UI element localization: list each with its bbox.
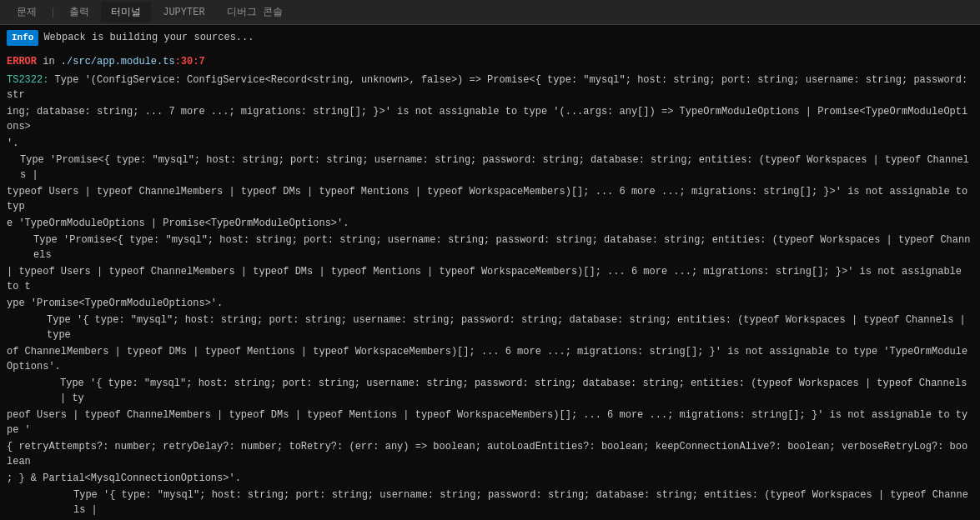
ts-error-block3-line1: Type '{ type: "mysql"; host: string; por… (7, 312, 973, 342)
error-location-text: in (43, 56, 61, 68)
ts-error-block4-line2: peof Users | typeof ChannelMembers | typ… (7, 408, 973, 438)
ts-error-block1-line2: typeof Users | typeof ChannelMembers | t… (7, 184, 973, 214)
info-badge: Info (7, 30, 38, 46)
terminal-content: InfoWebpack is building your sources... … (0, 25, 980, 520)
ts-error-block2-line2: | typeof Users | typeof ChannelMembers |… (7, 264, 973, 294)
ts-error-block: TS2322: Type '(ConfigService: ConfigServ… (7, 72, 973, 521)
ts-error-block4-line3: { retryAttempts?: number; retryDelay?: n… (7, 439, 973, 469)
tab-output[interactable]: 출력 (59, 2, 99, 22)
ts-error-block4-line1: Type '{ type: "mysql"; host: string; por… (7, 376, 973, 406)
error-header-line: ERROR in ./src/app.module.ts:30:7 (7, 54, 973, 69)
ts-error-msg1b: ing; database: string; ... 7 more ...; m… (7, 104, 973, 134)
ts-error-block4-line4: ; } & Partial<MysqlConnectionOptions>'. (7, 471, 973, 486)
ts-error-block1-line3: e 'TypeOrmModuleOptions | Promise<TypeOr… (7, 216, 973, 231)
tab-divider-1: | (48, 7, 58, 18)
tab-jupyter[interactable]: JUPYTER (153, 3, 214, 22)
tab-terminal[interactable]: 터미널 (101, 2, 151, 22)
ts-error-block5-line1: Type '{ type: "mysql"; host: string; por… (7, 488, 973, 518)
ts-error-block2-line3: ype 'Promise<TypeOrmModuleOptions>'. (7, 296, 973, 311)
ts-error-msg1c: '. (7, 136, 973, 151)
error-file: ./src/app.module.ts (61, 56, 175, 68)
ts-error-block2-line1: Type 'Promise<{ type: "mysql"; host: str… (7, 232, 973, 262)
ts-error-code: TS2322: Type '(ConfigService: ConfigServ… (7, 72, 973, 102)
tab-bar: 문제 | 출력 터미널 JUPYTER 디버그 콘솔 (0, 0, 980, 25)
error-line-num: :30:7 (175, 56, 205, 68)
info-line: InfoWebpack is building your sources... (7, 30, 973, 46)
error-label: ERROR (7, 56, 37, 68)
tab-debug-console[interactable]: 디버그 콘솔 (217, 2, 293, 22)
ts-error-block1-line1: Type 'Promise<{ type: "mysql"; host: str… (7, 152, 973, 182)
info-message: Webpack is building your sources... (43, 32, 254, 43)
ts-error-block3-line2: of ChannelMembers | typeof DMs | typeof … (7, 344, 973, 374)
tab-problems[interactable]: 문제 (7, 2, 47, 22)
